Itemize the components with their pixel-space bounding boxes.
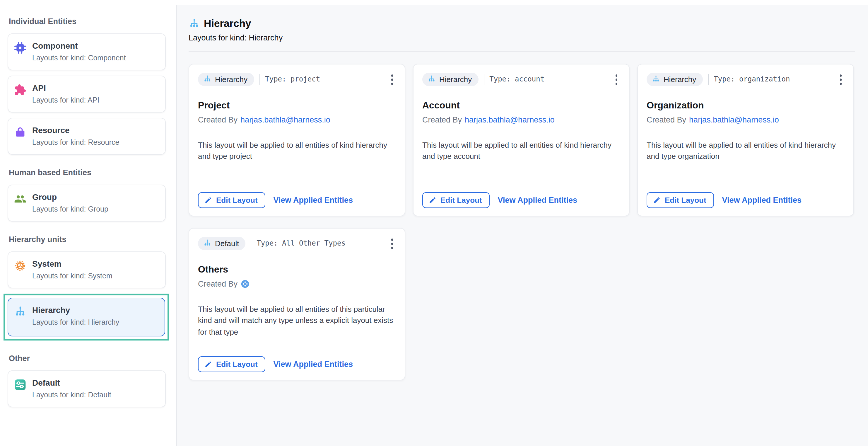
view-applied-entities-link[interactable]: View Applied Entities — [274, 196, 353, 205]
sidebar: Individual Entities Component Layouts fo… — [2, 5, 177, 446]
card-description: This layout will be applied to all entit… — [422, 139, 620, 162]
section-heading-individual-entities: Individual Entities — [9, 17, 166, 26]
view-applied-entities-link[interactable]: View Applied Entities — [274, 360, 353, 369]
sidebar-item-subtitle: Layouts for kind: Hierarchy — [32, 318, 119, 326]
default-sliders-icon — [14, 379, 26, 391]
hierarchy-icon — [203, 75, 211, 84]
edit-layout-button[interactable]: Edit Layout — [422, 192, 490, 208]
api-puzzle-icon — [14, 84, 26, 96]
kind-badge-label: Hierarchy — [663, 75, 696, 84]
edit-layout-label: Edit Layout — [216, 360, 258, 369]
kind-badge: Hierarchy — [198, 73, 254, 86]
type-label: Type: account — [489, 75, 545, 84]
hierarchy-icon — [652, 75, 660, 84]
top-strip — [0, 0, 868, 5]
kind-badge: Hierarchy — [647, 73, 703, 86]
sidebar-item-group[interactable]: Group Layouts for kind: Group — [8, 185, 166, 221]
layout-card-project: Hierarchy Type: project Project Created … — [189, 64, 405, 216]
pencil-icon — [205, 360, 212, 368]
hierarchy-icon — [14, 306, 26, 318]
sidebar-item-system[interactable]: System Layouts for kind: System — [8, 251, 166, 288]
vertical-separator — [259, 74, 260, 85]
sidebar-item-resource[interactable]: Resource Layouts for kind: Resource — [8, 118, 166, 155]
card-title: Project — [198, 100, 396, 111]
type-label: Type: organization — [714, 75, 790, 84]
selection-highlight: Hierarchy Layouts for kind: Hierarchy — [3, 294, 169, 340]
created-by-label: Created By — [422, 115, 462, 124]
sidebar-item-component[interactable]: Component Layouts for kind: Component — [8, 33, 166, 70]
card-title: Organization — [647, 100, 844, 111]
system-gear-icon — [14, 260, 26, 272]
kind-badge-label: Default — [215, 239, 239, 248]
edit-layout-label: Edit Layout — [216, 196, 258, 205]
sidebar-item-default[interactable]: Default Layouts for kind: Default — [8, 370, 166, 407]
hierarchy-icon — [428, 75, 436, 84]
sidebar-item-subtitle: Layouts for kind: Default — [32, 391, 111, 399]
hierarchy-icon — [203, 239, 211, 248]
created-by-link[interactable]: harjas.bathla@harness.io — [241, 115, 330, 124]
layout-card-others: Default Type: All Other Types Others Cre… — [189, 228, 405, 380]
layout-cards-grid: Hierarchy Type: project Project Created … — [189, 64, 855, 380]
view-applied-entities-link[interactable]: View Applied Entities — [722, 196, 802, 205]
created-by-label: Created By — [198, 115, 238, 124]
sidebar-item-title: Hierarchy — [32, 305, 119, 316]
main-content: Hierarchy Layouts for kind: Hierarchy Hi… — [177, 5, 868, 446]
sidebar-item-title: API — [32, 83, 99, 93]
card-title: Others — [198, 264, 396, 274]
kind-badge-label: Hierarchy — [215, 75, 247, 84]
created-by-label: Created By — [647, 115, 686, 124]
sidebar-item-title: Component — [32, 41, 126, 51]
edit-layout-button[interactable]: Edit Layout — [198, 356, 265, 372]
sidebar-item-subtitle: Layouts for kind: API — [32, 96, 99, 104]
section-heading-other: Other — [9, 354, 166, 363]
app-root: Individual Entities Component Layouts fo… — [0, 0, 868, 446]
sidebar-item-title: System — [32, 259, 113, 269]
sidebar-item-title: Default — [32, 378, 111, 388]
section-heading-hierarchy-units: Hierarchy units — [9, 235, 166, 244]
kebab-menu-icon[interactable] — [388, 73, 396, 86]
group-people-icon — [14, 193, 26, 205]
component-chip-icon — [14, 41, 26, 54]
pencil-icon — [429, 196, 436, 204]
layout-card-organization: Hierarchy Type: organization Organizatio… — [637, 64, 854, 216]
card-description: This layout will be applied to all entit… — [198, 303, 396, 337]
card-description: This layout will be applied to all entit… — [647, 139, 844, 162]
pencil-icon — [205, 196, 212, 204]
kebab-menu-icon[interactable] — [388, 237, 396, 250]
card-title: Account — [422, 100, 620, 111]
sidebar-item-title: Group — [32, 192, 108, 203]
page-subtitle: Layouts for kind: Hierarchy — [189, 33, 855, 42]
card-description: This layout will be applied to all entit… — [198, 139, 396, 162]
sidebar-item-subtitle: Layouts for kind: System — [32, 272, 113, 280]
harness-logo-icon — [241, 279, 249, 288]
vertical-separator — [484, 74, 484, 85]
vertical-separator — [708, 74, 708, 85]
kind-badge: Default — [198, 237, 245, 250]
pencil-icon — [653, 196, 661, 204]
sidebar-item-subtitle: Layouts for kind: Group — [32, 205, 108, 213]
kebab-menu-icon[interactable] — [612, 73, 620, 86]
sidebar-item-hierarchy[interactable]: Hierarchy Layouts for kind: Hierarchy — [8, 298, 165, 336]
header-divider — [189, 51, 855, 52]
page-title: Hierarchy — [204, 18, 251, 30]
created-by-link[interactable]: harjas.bathla@harness.io — [689, 115, 779, 124]
edit-layout-button[interactable]: Edit Layout — [198, 192, 265, 208]
edit-layout-label: Edit Layout — [665, 196, 706, 205]
created-by-label: Created By — [198, 279, 238, 288]
kind-badge-label: Hierarchy — [439, 75, 472, 84]
sidebar-item-title: Resource — [32, 125, 119, 136]
section-heading-human-based-entities: Human based Entities — [9, 168, 166, 177]
type-label: Type: All Other Types — [256, 239, 345, 248]
edit-layout-button[interactable]: Edit Layout — [647, 192, 714, 208]
kebab-menu-icon[interactable] — [837, 73, 844, 86]
kind-badge: Hierarchy — [422, 73, 478, 86]
type-label: Type: project — [265, 75, 320, 84]
sidebar-item-api[interactable]: API Layouts for kind: API — [8, 76, 166, 113]
view-applied-entities-link[interactable]: View Applied Entities — [498, 196, 578, 205]
sidebar-item-subtitle: Layouts for kind: Component — [32, 54, 126, 62]
vertical-separator — [251, 238, 251, 249]
hierarchy-icon — [189, 18, 200, 29]
edit-layout-label: Edit Layout — [440, 196, 482, 205]
sidebar-item-subtitle: Layouts for kind: Resource — [32, 138, 119, 146]
created-by-link[interactable]: harjas.bathla@harness.io — [465, 115, 555, 124]
